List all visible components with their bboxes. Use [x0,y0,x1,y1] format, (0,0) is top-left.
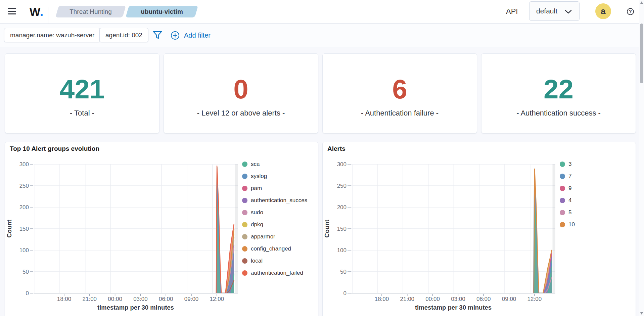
svg-text:50: 50 [340,269,347,275]
legend-item[interactable]: 4 [560,194,575,207]
svg-text:21:00: 21:00 [400,296,415,302]
legend-item[interactable]: 10 [560,219,575,231]
legend-color-dot [560,174,565,179]
legend-label: config_changed [251,245,291,252]
legend-label: local [251,258,263,264]
hamburger-menu-icon[interactable] [8,8,16,14]
svg-text:200: 200 [337,204,347,211]
chart-legend: 3794510 [560,158,575,231]
svg-text:timestamp per 30 minutes: timestamp per 30 minutes [97,304,174,311]
panel-alerts: Alerts 05010015020025030018:0021:0000:00… [322,142,636,316]
legend-item[interactable]: dpkg [242,219,307,231]
header-divider [591,7,591,24]
legend-label: syslog [251,173,267,180]
legend-item[interactable]: authentication_failed [242,267,307,279]
add-filter-button[interactable]: Add filter [171,31,211,40]
svg-text:12:00: 12:00 [210,296,224,302]
plus-circle-icon [171,31,180,40]
legend-item[interactable]: 9 [560,182,575,194]
legend-color-dot [242,186,247,191]
legend-item[interactable]: config_changed [242,243,307,255]
legend-item[interactable]: sudo [242,207,307,219]
api-select-value: default [536,2,557,20]
stat-card-total: 421 - Total - [5,53,159,133]
svg-text:03:00: 03:00 [451,296,465,302]
logo-dot: . [40,5,43,18]
svg-text:12:00: 12:00 [527,296,542,302]
svg-text:06:00: 06:00 [476,296,491,302]
legend-label: 7 [568,173,571,180]
filter-funnel-icon[interactable] [153,31,162,40]
legend-label: apparmor [251,233,275,240]
legend-color-dot [560,222,565,227]
svg-text:00:00: 00:00 [425,296,440,302]
legend-item[interactable]: 5 [560,207,575,219]
legend-color-dot [242,198,247,203]
svg-text:200: 200 [19,204,29,211]
scroll-up-arrow-icon[interactable] [640,1,643,4]
svg-text:21:00: 21:00 [83,296,97,302]
filter-pill-manager-name[interactable]: manager.name: wazuh-server [4,28,100,42]
svg-text:03:00: 03:00 [133,296,148,302]
scroll-down-arrow-icon[interactable] [640,312,643,315]
vertical-scrollbar[interactable] [639,0,644,316]
stat-label: - Authentication failure - [323,108,477,118]
breadcrumb-ubuntu-victim[interactable]: ubuntu-victim [126,6,198,17]
legend-color-dot [560,162,565,167]
legend-item[interactable]: sca [242,158,307,170]
scrollbar-thumb[interactable] [640,24,643,83]
legend-color-dot [560,210,565,215]
legend-label: 10 [568,221,575,228]
svg-text:Count: Count [323,220,330,237]
help-icon[interactable]: ? [627,8,634,15]
svg-text:300: 300 [337,161,347,168]
chart-canvas[interactable]: 05010015020025030018:0021:0000:0003:0006… [323,142,636,316]
legend-item[interactable]: authentication_succes [242,194,307,207]
header-divider [24,7,24,24]
breadcrumb-threat-hunting[interactable]: Threat Hunting [55,6,126,17]
legend-label: 4 [568,197,571,204]
svg-text:06:00: 06:00 [159,296,173,302]
legend-color-dot [242,222,247,227]
user-avatar[interactable]: a [595,3,611,19]
legend-label: pam [251,185,262,192]
header-divider [48,7,48,24]
legend-color-dot [242,162,247,167]
wazuh-logo[interactable]: W. [30,5,43,19]
add-filter-label: Add filter [184,32,211,39]
svg-text:0: 0 [26,290,29,297]
legend-color-dot [242,210,247,215]
legend-label: 3 [568,161,571,168]
svg-text:00:00: 00:00 [108,296,122,302]
filter-pill-agent-id[interactable]: agent.id: 002 [99,28,148,42]
legend-color-dot [242,234,247,239]
legend-item[interactable]: apparmor [242,231,307,243]
legend-item[interactable]: 3 [560,158,575,170]
legend-item[interactable]: pam [242,182,307,194]
svg-text:18:00: 18:00 [57,296,72,302]
svg-text:100: 100 [19,247,29,254]
stat-value: 0 [164,74,318,105]
svg-text:Count: Count [6,220,13,237]
legend-item[interactable]: syslog [242,170,307,182]
legend-label: authentication_succes [251,197,307,204]
svg-text:timestamp per 30 minutes: timestamp per 30 minutes [415,304,492,311]
legend-label: 5 [568,209,571,216]
chart-legend: scasyslogpamauthentication_successudodpk… [242,158,307,279]
legend-color-dot [242,246,247,252]
filter-bar: manager.name: wazuh-server agent.id: 002… [0,24,644,47]
stat-value: 22 [481,74,636,105]
stat-label: - Total - [5,108,159,118]
panel-top10-alert-groups: Top 10 Alert groups evolution 0501001502… [5,142,318,316]
wazuh-dashboard: W. Threat Hunting ubuntu-victim API defa… [0,0,644,316]
svg-text:150: 150 [19,226,29,232]
legend-item[interactable]: local [242,255,307,267]
svg-text:250: 250 [337,183,347,189]
api-select[interactable]: default [529,1,580,21]
api-label: API [506,7,518,16]
legend-item[interactable]: 7 [560,170,575,182]
legend-color-dot [560,186,565,191]
svg-text:150: 150 [337,226,347,232]
chevron-down-icon [565,10,572,14]
svg-text:250: 250 [19,183,29,189]
